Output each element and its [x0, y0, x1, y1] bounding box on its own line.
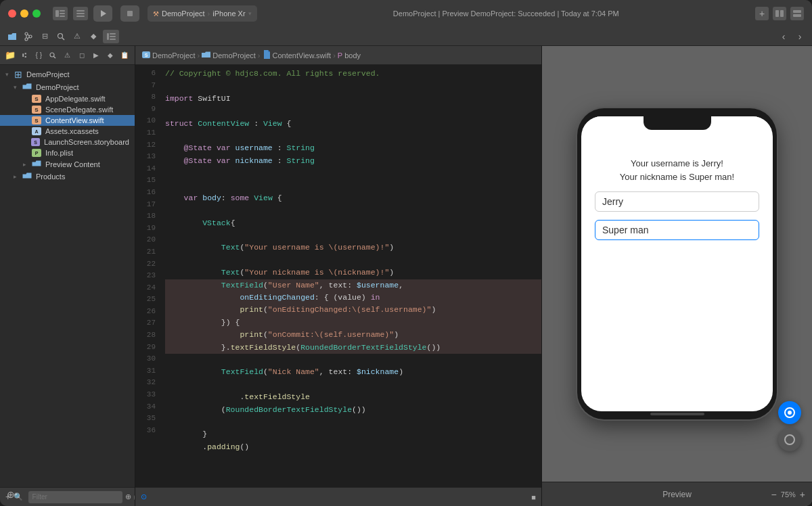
search-icon[interactable]	[54, 30, 68, 43]
hierarchy-button[interactable]	[73, 7, 88, 20]
code-line-24: onEditingChanged: { (value) in	[165, 292, 541, 304]
zoom-minus-button[interactable]: −	[771, 489, 777, 500]
pin-icon[interactable]: ⊕	[7, 489, 15, 500]
warning-icon[interactable]: ⚠	[70, 30, 84, 43]
svg-rect-0	[55, 10, 59, 17]
code-line-14	[165, 167, 541, 179]
svg-point-23	[50, 53, 54, 57]
maximize-button[interactable]	[32, 9, 41, 18]
nav-test-icon[interactable]: ◻	[76, 49, 88, 62]
disclosure-arrow: ▸	[23, 161, 30, 168]
username-textfield[interactable]	[595, 191, 759, 212]
tree-item-scenedelegate[interactable]: S SceneDelegate.swift	[0, 104, 135, 115]
run-button[interactable]	[93, 5, 112, 22]
code-container[interactable]: 6 7 8 9 10 11 12 13 14 15 16 17 18 19	[135, 65, 541, 487]
editor-bottom-bar: ⊙ ■	[135, 487, 541, 506]
nav-report-icon[interactable]: 📋	[118, 49, 131, 62]
disclosure-arrow: ▸	[14, 173, 20, 180]
file-navigator: 📁 ⑆ { } ⚠ ◻ ▶ ◆ 📋 ▾ ⊞	[0, 46, 135, 506]
nav-git-icon[interactable]: ⑆	[18, 49, 30, 62]
nickname-display-text: Your nickname is Super man!	[620, 170, 734, 184]
nav-symbol-icon[interactable]: { }	[32, 49, 45, 62]
split-view-button[interactable]	[773, 7, 786, 20]
fab-inspect-button[interactable]	[778, 428, 801, 451]
code-line-23: TextField("User Name", text: $username,	[165, 279, 541, 292]
nav-issue-icon[interactable]: ⚠	[61, 49, 73, 62]
svg-rect-3	[60, 16, 65, 17]
username-display-text: Your username is Jerry!	[620, 157, 734, 170]
nickname-textfield[interactable]	[595, 220, 759, 240]
stop-button[interactable]	[120, 5, 139, 22]
scheme-name: DemoProject	[162, 9, 205, 18]
svg-rect-7	[775, 10, 779, 17]
code-editor: S DemoProject › DemoProject › ContentVie…	[135, 46, 541, 506]
layout-button[interactable]	[790, 7, 804, 20]
code-line-33: (RoundedBorderTextFieldStyle())	[165, 404, 541, 416]
folder-open-icon	[22, 83, 32, 92]
code-line-21	[165, 254, 541, 267]
preview-canvas: Your username is Jerry! Your nickname is…	[542, 46, 812, 482]
code-line-25: print("onEditingChanged:\(self.username)…	[165, 304, 541, 316]
scope-selector[interactable]	[103, 30, 119, 43]
nav-breakpoint-icon[interactable]: ◆	[104, 49, 116, 62]
breakpoint-icon[interactable]: ◆	[87, 30, 100, 43]
ios-content: Your username is Jerry! Your nickname is…	[581, 130, 773, 411]
target-pin: ⊕	[7, 489, 15, 500]
code-line-29	[165, 354, 541, 366]
tree-item-appdelegate[interactable]: S AppDelegate.swift	[0, 93, 135, 104]
code-line-32: .textFieldStyle	[165, 391, 541, 403]
folder-icon[interactable]	[5, 30, 19, 43]
tree-item-products[interactable]: ▸ Products	[0, 170, 135, 183]
breadcrumb-folder-icon	[202, 51, 210, 60]
add-tab-button[interactable]: +	[755, 7, 769, 20]
filter-options-icon[interactable]: ⊕	[125, 492, 131, 501]
tree-item-demoproject-root[interactable]: ▾ ⊞ DemoProject	[0, 68, 135, 81]
svg-rect-22	[110, 39, 116, 40]
tree-item-infoplist[interactable]: P Info.plist	[0, 147, 135, 158]
code-line-26: }) {	[165, 317, 541, 329]
filter-input[interactable]	[28, 491, 122, 503]
left-panel-toggle[interactable]	[53, 7, 68, 20]
nav-back[interactable]: ‹	[777, 30, 790, 43]
close-button[interactable]	[8, 9, 16, 18]
minimize-button[interactable]	[20, 9, 28, 18]
svg-rect-2	[60, 13, 65, 14]
tree-label: Preview Content	[45, 160, 100, 168]
nav-debug-icon[interactable]: ▶	[90, 49, 102, 62]
scheme-selector[interactable]: ⚒ DemoProject › iPhone Xr ▾	[148, 5, 257, 22]
tree-item-preview-content[interactable]: ▸ Preview Content	[0, 158, 135, 170]
code-line-12: @State var username : String	[165, 142, 541, 154]
nav-folder-icon[interactable]: 📁	[4, 49, 16, 62]
svg-line-24	[54, 56, 56, 58]
tree-item-assets[interactable]: A Assets.xcassets	[0, 126, 135, 137]
code-content[interactable]: // Copyright © hdjc8.com. All rights res…	[161, 65, 541, 487]
code-line-10: struct ContentView : View {	[165, 118, 541, 130]
svg-rect-10	[793, 14, 801, 17]
tree-item-demoproject-folder[interactable]: ▾ DemoProject	[0, 81, 135, 93]
fab-preview-button[interactable]	[778, 401, 801, 424]
secondary-toolbar: ⊟ ⚠ ◆ ‹ ›	[0, 27, 812, 46]
svg-line-16	[28, 37, 30, 39]
nav-forward[interactable]: ›	[793, 30, 807, 43]
line-numbers: 6 7 8 9 10 11 12 13 14 15 16 17 18 19	[135, 65, 161, 487]
tree-item-launchscreen[interactable]: S LaunchScreen.storyboard	[0, 137, 135, 147]
symbol-icon[interactable]: ⊟	[38, 30, 51, 43]
zoom-plus-button[interactable]: +	[800, 489, 805, 500]
breadcrumb-symbol-icon: P	[338, 51, 342, 60]
tree-item-contentview[interactable]: S ContentView.swift	[0, 115, 135, 126]
nav-search-nav-icon[interactable]	[47, 49, 59, 62]
code-line-8: import SwiftUI	[165, 93, 541, 105]
code-line-27: print("onCommit:\(self.username)")	[165, 329, 541, 341]
build-status: DemoProject | Preview DemoProject: Succe…	[263, 9, 750, 18]
iphone-mockup: Your username is Jerry! Your nickname is…	[577, 108, 777, 419]
code-line-7	[165, 80, 541, 92]
code-line-13: @State var nickname : String	[165, 155, 541, 167]
device-name: iPhone Xr	[212, 9, 245, 18]
code-line-35: }	[165, 428, 541, 440]
preview-bottom-bar: ⊕ Preview − 75% +	[542, 482, 812, 506]
code-line-31	[165, 379, 541, 391]
tree-label: DemoProject	[26, 70, 70, 78]
tree-label: DemoProject	[36, 83, 79, 91]
version-control-icon[interactable]	[22, 30, 35, 43]
tree-label: LaunchScreen.storyboard	[44, 138, 129, 146]
